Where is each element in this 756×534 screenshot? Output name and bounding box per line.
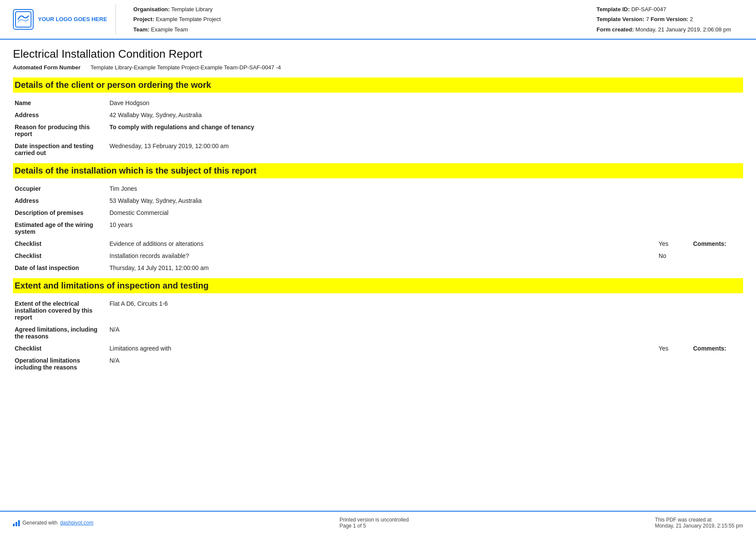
extent-table: Extent of the electrical installation co…	[13, 298, 743, 373]
field-label: Name	[13, 97, 108, 109]
field-value: N/A	[108, 323, 657, 342]
field-yes-no: Yes	[657, 342, 691, 354]
footer-right: This PDF was created at Monday, 21 Janua…	[655, 517, 743, 529]
table-row: Operational limitations including the re…	[13, 354, 743, 373]
table-row: Address53 Wallaby Way, Sydney, Australia	[13, 195, 743, 207]
field-comments	[691, 250, 743, 262]
logo-icon	[13, 9, 34, 30]
main-content: Electrical Installation Condition Report…	[0, 40, 756, 511]
field-value: Flat A D6, Circuits 1-6	[108, 298, 657, 323]
team-value: Example Team	[151, 26, 188, 33]
field-label: Checklist	[13, 238, 108, 250]
dashpivot-link[interactable]: dashpivot.com	[60, 520, 93, 526]
field-value: N/A	[108, 354, 657, 373]
page-of: of 5	[357, 523, 366, 529]
table-row: Estimated age of the wiring system10 yea…	[13, 219, 743, 238]
field-value: Limitations agreed with	[108, 342, 657, 354]
project-line: Project: Example Template Project	[133, 14, 588, 24]
automated-form-label: Automated Form Number	[13, 64, 82, 71]
table-row: NameDave Hodgson	[13, 97, 743, 109]
field-value: Dave Hodgson	[108, 97, 657, 109]
automated-form-value: Template Library-Example Template Projec…	[91, 64, 281, 71]
footer-left: Generated with dashpivot.com	[13, 519, 94, 526]
client-table: NameDave HodgsonAddress42 Wallaby Way, S…	[13, 97, 743, 159]
table-row: Reason for producing this reportTo compl…	[13, 121, 743, 140]
field-value: Tim Jones	[108, 183, 657, 195]
field-label: Description of premises	[13, 207, 108, 219]
header: YOUR LOGO GOES HERE Organisation: Templa…	[0, 0, 756, 40]
org-value: Template Library	[171, 6, 212, 12]
report-title: Electrical Installation Condition Report	[13, 47, 743, 61]
org-label: Organisation:	[133, 6, 170, 12]
field-comments	[691, 207, 743, 219]
version-line: Template Version: 7 Form Version: 2	[597, 14, 743, 24]
field-yes-no	[657, 262, 691, 274]
field-value: 10 years	[108, 219, 657, 238]
field-label: Date of last inspection	[13, 262, 108, 274]
table-row: Agreed limitations, including the reason…	[13, 323, 743, 342]
footer: Generated with dashpivot.com Printed ver…	[0, 511, 756, 534]
page-info: Page 1 of 5	[340, 523, 409, 529]
form-created-label: Form created:	[597, 26, 634, 33]
field-yes-no	[657, 219, 691, 238]
header-org-info: Organisation: Template Library Project: …	[125, 4, 588, 34]
field-value: Evidence of additions or alterations	[108, 238, 657, 250]
project-label: Project:	[133, 16, 154, 22]
form-created-line: Form created: Monday, 21 January 2019, 2…	[597, 25, 743, 34]
table-row: Address42 Wallaby Way, Sydney, Australia	[13, 109, 743, 121]
field-yes-no	[657, 109, 691, 121]
table-row: Date of last inspectionThursday, 14 July…	[13, 262, 743, 274]
team-line: Team: Example Team	[133, 25, 588, 34]
table-row: Description of premisesDomestic Commerci…	[13, 207, 743, 219]
field-value: Thursday, 14 July 2011, 12:00:00 am	[108, 262, 657, 274]
footer-center: Printed version is uncontrolled Page 1 o…	[340, 517, 409, 529]
page-label: Page	[340, 523, 352, 529]
field-label: Checklist	[13, 250, 108, 262]
field-comments	[691, 219, 743, 238]
field-yes-no	[657, 121, 691, 140]
template-version-value: 7	[646, 16, 649, 22]
field-yes-no	[657, 323, 691, 342]
table-row: OccupierTim Jones	[13, 183, 743, 195]
field-label: Address	[13, 109, 108, 121]
field-value: Installation records available?	[108, 250, 657, 262]
template-id-line: Template ID: DP-SAF-0047	[597, 4, 743, 14]
logo-text: YOUR LOGO GOES HERE	[38, 16, 107, 23]
field-comments	[691, 140, 743, 159]
field-comments	[691, 298, 743, 323]
field-yes-no	[657, 183, 691, 195]
table-row: Extent of the electrical installation co…	[13, 298, 743, 323]
field-label: Extent of the electrical installation co…	[13, 298, 108, 323]
table-row: ChecklistEvidence of additions or altera…	[13, 238, 743, 250]
field-yes-no: No	[657, 250, 691, 262]
logo-section: YOUR LOGO GOES HERE	[13, 4, 116, 34]
field-value: To comply with regulations and change of…	[108, 121, 657, 140]
field-comments	[691, 121, 743, 140]
table-row: ChecklistLimitations agreed withYesComme…	[13, 342, 743, 354]
field-label: Address	[13, 195, 108, 207]
field-value: Wednesday, 13 February 2019, 12:00:00 am	[108, 140, 657, 159]
section-client-heading: Details of the client or person ordering…	[13, 78, 743, 93]
section-installation-heading: Details of the installation which is the…	[13, 163, 743, 178]
field-yes-no	[657, 195, 691, 207]
field-comments: Comments:	[691, 342, 743, 354]
field-label: Agreed limitations, including the reason…	[13, 323, 108, 342]
org-line: Organisation: Template Library	[133, 4, 588, 14]
printed-version: Printed version is uncontrolled	[340, 517, 409, 523]
field-label: Estimated age of the wiring system	[13, 219, 108, 238]
field-yes-no	[657, 97, 691, 109]
table-row: Date inspection and testing carried outW…	[13, 140, 743, 159]
field-label: Checklist	[13, 342, 108, 354]
field-yes-no: Yes	[657, 238, 691, 250]
field-yes-no	[657, 207, 691, 219]
automated-form-row: Automated Form Number Template Library-E…	[13, 64, 743, 71]
generated-label: Generated with	[22, 520, 57, 526]
field-comments	[691, 183, 743, 195]
field-comments	[691, 109, 743, 121]
field-value: Domestic Commercial	[108, 207, 657, 219]
template-id-label: Template ID:	[597, 6, 630, 12]
pdf-created-value: Monday, 21 January 2019, 2:15:55 pm	[655, 523, 743, 529]
dashpivot-icon	[13, 519, 20, 526]
template-id-value: DP-SAF-0047	[631, 6, 666, 12]
field-label: Occupier	[13, 183, 108, 195]
